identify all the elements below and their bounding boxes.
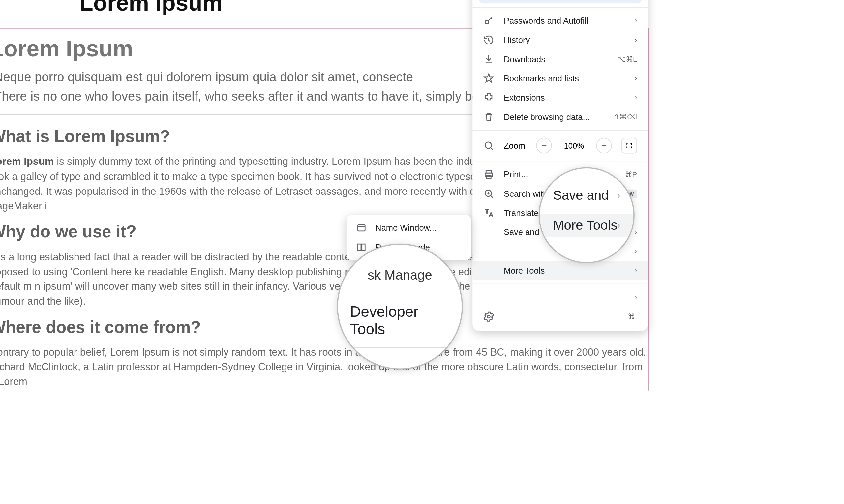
menu-profile[interactable]: VNot signed in›: [478, 0, 642, 3]
menu-delete-data[interactable]: Delete browsing data...⇧⌘⌫: [472, 107, 648, 126]
svg-point-43: [487, 316, 490, 318]
para-where: Contrary to popular belief, Lorem Ipsum …: [0, 343, 648, 391]
submenu-developer-tools[interactable]: Developer Tools: [338, 297, 462, 344]
menu-history[interactable]: History›: [472, 30, 648, 50]
menu-downloads[interactable]: Downloads⌥⌘L: [472, 50, 648, 69]
svg-point-38: [485, 142, 491, 148]
svg-point-37: [485, 20, 489, 24]
zoom-percent: 100%: [561, 141, 587, 150]
zoom-in-button[interactable]: +: [596, 138, 612, 153]
submenu-name-window[interactable]: Name Window...: [346, 218, 471, 237]
magnifier-more-tools: Save and › More Tools›: [539, 167, 635, 263]
menu-help[interactable]: ›: [472, 288, 648, 307]
menu-zoom: Zoom − 100% +: [472, 134, 648, 157]
zoom-out-button[interactable]: −: [536, 138, 552, 153]
menu-passwords[interactable]: Passwords and Autofill›: [472, 11, 648, 30]
menu-settings[interactable]: ⌘,: [472, 307, 648, 326]
svg-rect-44: [358, 225, 365, 231]
menu-more-tools[interactable]: More Tools›: [472, 261, 648, 280]
menu-extensions[interactable]: Extensions›: [472, 88, 648, 107]
menu-bookmarks[interactable]: Bookmarks and lists›: [472, 69, 648, 88]
chrome-menu: New Tab⌘N New Window⌘N New Incognito Win…: [472, 0, 648, 331]
magnifier-dev-tools: sk Manage Developer Tools: [337, 244, 463, 370]
fullscreen-button[interactable]: [622, 138, 637, 153]
